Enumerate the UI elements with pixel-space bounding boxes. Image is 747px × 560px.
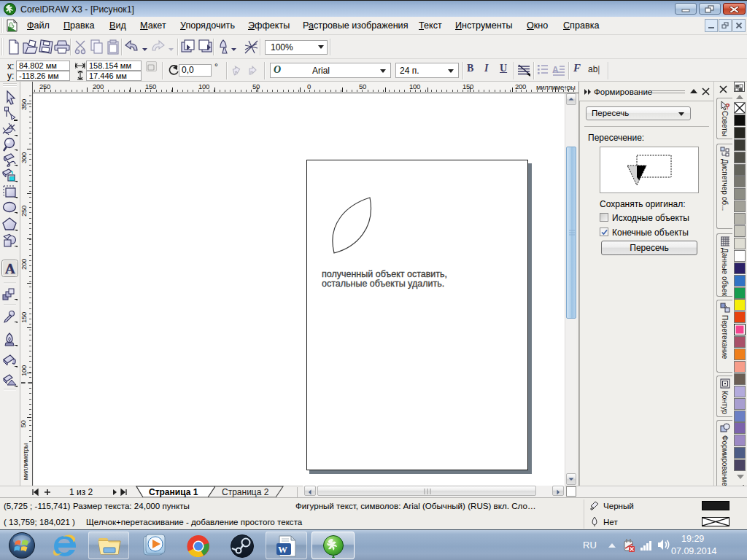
svg-text:?: ?: [725, 102, 730, 111]
svg-text:A: A: [5, 261, 15, 276]
svg-text:W: W: [278, 544, 287, 555]
svg-text:A: A: [552, 65, 559, 75]
